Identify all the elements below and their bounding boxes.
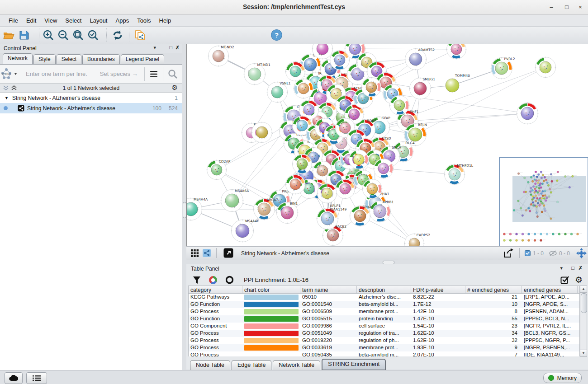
chart-settings-icon[interactable] bbox=[208, 275, 218, 285]
menu-tools[interactable]: Tools bbox=[133, 16, 155, 25]
column-header-chart-color[interactable]: chart color bbox=[242, 286, 300, 293]
network-node-mthfd1l[interactable]: MTHFD1L bbox=[444, 164, 474, 185]
table-row[interactable]: GO ProcessGO:0033619membrane prot...1.93… bbox=[189, 344, 579, 351]
zoom-out-button[interactable] bbox=[57, 28, 70, 42]
network-node-epha5[interactable]: EPHA5 bbox=[350, 205, 374, 227]
table-panel-close-icon[interactable]: ✗ bbox=[579, 265, 583, 271]
menu-view[interactable]: View bbox=[40, 16, 61, 25]
network-node-cd2ap[interactable]: CD2AP bbox=[207, 159, 231, 180]
tab-string-enrichment[interactable]: STRING Enrichment bbox=[322, 359, 386, 370]
network-node-adamts2[interactable]: ADAMTS2 bbox=[405, 48, 435, 70]
network-node[interactable] bbox=[517, 103, 539, 125]
zoom-in-button[interactable] bbox=[42, 28, 55, 42]
network-node[interactable] bbox=[535, 57, 556, 78]
network-collection-row[interactable]: ▼ String Network - Alzheimer's disease 1 bbox=[0, 93, 182, 103]
network-share-button[interactable] bbox=[133, 28, 147, 42]
table-row[interactable]: GO ProcessGO:0051049regulation of tra...… bbox=[189, 330, 579, 337]
ring-chart-icon[interactable] bbox=[225, 276, 234, 284]
tree-expand-icon[interactable]: ▼ bbox=[5, 96, 9, 100]
network-options-gear-icon[interactable]: ⚙ bbox=[172, 84, 178, 92]
string-options-button[interactable] bbox=[145, 70, 163, 78]
species-hint[interactable]: Set species → bbox=[100, 70, 138, 77]
navigate-icon[interactable] bbox=[576, 248, 587, 258]
network-node[interactable] bbox=[446, 44, 467, 60]
filter-icon[interactable] bbox=[193, 276, 201, 284]
network-node-tomm40[interactable]: TOMM40 bbox=[446, 74, 470, 92]
network-node-smug1[interactable]: SMUG1 bbox=[409, 77, 436, 100]
table-row[interactable]: GO ProcessGO:0006509membrane prot...1.42… bbox=[189, 308, 579, 315]
table-row[interactable]: GO ComponentGO:0009986cell surface1.54E-… bbox=[189, 323, 579, 330]
menu-select[interactable]: Select bbox=[61, 16, 85, 25]
tab-boundaries[interactable]: Boundaries bbox=[82, 54, 120, 64]
string-term-input[interactable]: Enter one term per line. Set species → bbox=[21, 70, 144, 77]
maximize-button[interactable]: □ bbox=[562, 3, 572, 12]
refresh-button[interactable] bbox=[111, 28, 124, 42]
scroll-up-arrow[interactable]: ▲ bbox=[580, 286, 587, 293]
scroll-down-arrow[interactable]: ▼ bbox=[580, 350, 587, 356]
column-header-enriched-genes[interactable]: enriched genes bbox=[522, 286, 578, 293]
tab-legend-panel[interactable]: Legend Panel bbox=[121, 54, 164, 64]
column-header--enriched-genes[interactable]: # enriched genes bbox=[465, 286, 522, 293]
network-node-ms4a6a[interactable]: MS4A6A bbox=[221, 189, 249, 212]
minimize-button[interactable]: – bbox=[546, 3, 556, 12]
close-button[interactable]: × bbox=[575, 3, 585, 12]
tab-select[interactable]: Select bbox=[57, 54, 81, 64]
menu-apps[interactable]: Apps bbox=[112, 16, 133, 25]
table-panel-menu-icon[interactable]: ▾ bbox=[560, 265, 563, 271]
column-header-fdr-p-value[interactable]: FDR p-value bbox=[411, 286, 465, 293]
panel-divider-horizontal[interactable] bbox=[186, 260, 588, 264]
table-scrollbar[interactable]: ▲ ▼ bbox=[580, 286, 587, 357]
network-node-abca7[interactable]: ABCA7 bbox=[253, 198, 279, 220]
tab-style[interactable]: Style bbox=[33, 54, 56, 64]
tab-node-table[interactable]: Node Table bbox=[190, 360, 230, 370]
string-search-button[interactable] bbox=[163, 69, 182, 79]
menu-help[interactable]: Help bbox=[155, 16, 175, 25]
table-row[interactable]: GO FunctionGO:0005515protein binding1.47… bbox=[189, 315, 579, 323]
zoom-selected-button[interactable] bbox=[86, 28, 100, 42]
column-header-term-name[interactable]: term name bbox=[300, 286, 357, 293]
divider-handle-h[interactable] bbox=[383, 261, 394, 264]
menu-file[interactable]: File bbox=[5, 16, 22, 25]
table-row[interactable]: GO FunctionGO:0001540beta-amyloid bi...1… bbox=[189, 301, 579, 308]
network-node-pvrl2[interactable]: PVRL2 bbox=[491, 57, 515, 80]
open-file-button[interactable] bbox=[2, 28, 15, 42]
panel-float-icon[interactable]: □ bbox=[169, 45, 172, 50]
menu-edit[interactable]: Edit bbox=[22, 16, 40, 25]
tab-edge-table[interactable]: Edge Table bbox=[232, 360, 271, 370]
table-row[interactable]: KEGG Pathways05010Alzheimer's dise...8.8… bbox=[189, 294, 579, 301]
task-history-button[interactable] bbox=[26, 372, 47, 384]
column-header-category[interactable]: category bbox=[189, 286, 242, 293]
network-node-vsnl1[interactable]: VSNL1 bbox=[267, 81, 291, 103]
scrollbar-thumb[interactable] bbox=[581, 293, 587, 313]
table-row[interactable]: GO ProcessGO:0050435beta-amyloid m...2.0… bbox=[189, 351, 579, 356]
export-network-button[interactable] bbox=[503, 248, 514, 258]
divider-handle[interactable] bbox=[183, 202, 186, 218]
network-node-mt-nd1[interactable]: MT-ND1 bbox=[244, 63, 271, 85]
network-canvas[interactable]: MT-ND2MT-ND1VSNL1GAB2IRS1CHATABCA1ACHEIL… bbox=[186, 44, 588, 247]
tab-network[interactable]: Network bbox=[3, 53, 33, 64]
panel-close-icon[interactable]: ✗ bbox=[175, 45, 180, 51]
column-header-description[interactable]: description bbox=[357, 286, 411, 293]
select-rows-icon[interactable] bbox=[560, 276, 569, 285]
grid-mode-button[interactable] bbox=[191, 249, 199, 257]
save-button[interactable] bbox=[17, 28, 31, 42]
help-button[interactable]: ? bbox=[270, 28, 283, 42]
table-row[interactable]: GO ProcessGO:0019220regulation of ph...1… bbox=[189, 337, 579, 344]
cloud-button[interactable] bbox=[5, 372, 23, 384]
share-view-button[interactable] bbox=[203, 249, 211, 257]
open-in-window-button[interactable] bbox=[223, 248, 233, 258]
birds-eye-view[interactable] bbox=[499, 157, 588, 247]
menu-layout[interactable]: Layout bbox=[85, 16, 111, 25]
panel-divider-vertical[interactable] bbox=[182, 44, 186, 370]
zoom-fit-button[interactable] bbox=[71, 28, 85, 42]
network-row-selected[interactable]: String Network - Alzheimer's disease 100… bbox=[0, 103, 182, 113]
memory-button[interactable]: Memory bbox=[543, 373, 582, 383]
panel-menu-icon[interactable]: ▾ bbox=[153, 45, 156, 51]
network-node-mt-nd2[interactable]: MT-ND2 bbox=[208, 45, 234, 67]
network-node-apbb1[interactable]: APBB1 bbox=[369, 200, 394, 223]
tab-network-table[interactable]: Network Table bbox=[273, 360, 320, 370]
network-node-ms4a4e[interactable]: MS4A4E bbox=[231, 219, 259, 243]
table-panel-float-icon[interactable]: □ bbox=[571, 265, 574, 271]
string-logo[interactable]: STRING bbox=[0, 66, 21, 82]
table-settings-gear-icon[interactable]: ⚙ bbox=[575, 275, 583, 285]
